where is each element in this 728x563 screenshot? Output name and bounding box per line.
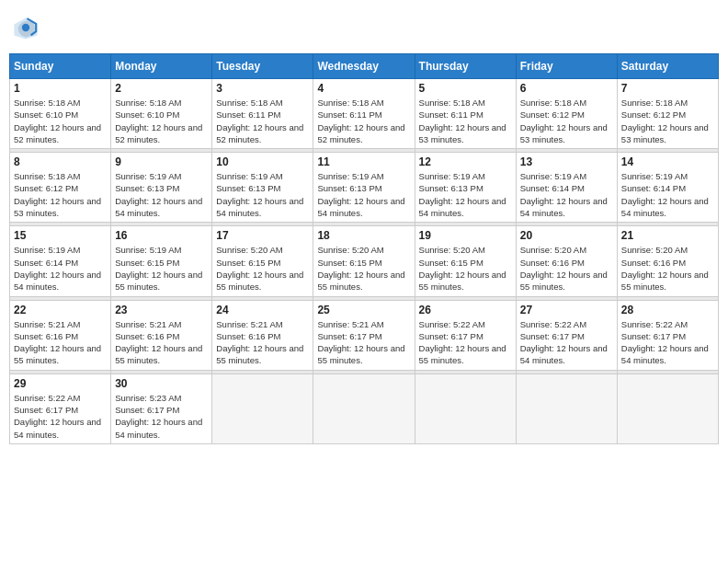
day-info: Sunrise: 5:21 AMSunset: 6:16 PMDaylight:… (216, 318, 309, 367)
day-cell (516, 373, 617, 443)
day-number: 6 (520, 82, 613, 95)
day-info: Sunrise: 5:19 AMSunset: 6:14 PMDaylight:… (520, 170, 613, 219)
day-number: 1 (14, 82, 107, 95)
day-info: Sunrise: 5:21 AMSunset: 6:16 PMDaylight:… (14, 318, 107, 367)
day-cell: 1 Sunrise: 5:18 AMSunset: 6:10 PMDayligh… (10, 79, 111, 149)
week-row-2: 8 Sunrise: 5:18 AMSunset: 6:12 PMDayligh… (10, 153, 719, 223)
day-cell: 2 Sunrise: 5:18 AMSunset: 6:10 PMDayligh… (111, 79, 212, 149)
weekday-header-monday: Monday (111, 54, 212, 79)
day-cell: 9 Sunrise: 5:19 AMSunset: 6:13 PMDayligh… (111, 153, 212, 223)
day-number: 20 (520, 229, 613, 242)
day-cell: 11 Sunrise: 5:19 AMSunset: 6:13 PMDaylig… (313, 153, 415, 223)
day-number: 25 (317, 304, 410, 316)
day-cell (212, 373, 313, 443)
day-cell: 19 Sunrise: 5:20 AMSunset: 6:15 PMDaylig… (415, 226, 516, 296)
day-cell: 16 Sunrise: 5:19 AMSunset: 6:15 PMDaylig… (111, 226, 212, 296)
day-number: 7 (621, 82, 714, 95)
day-cell: 6 Sunrise: 5:18 AMSunset: 6:12 PMDayligh… (516, 79, 617, 149)
day-number: 23 (115, 304, 208, 316)
day-cell: 13 Sunrise: 5:19 AMSunset: 6:14 PMDaylig… (516, 153, 617, 223)
svg-point-1 (22, 24, 29, 31)
day-info: Sunrise: 5:19 AMSunset: 6:13 PMDaylight:… (115, 170, 208, 219)
day-number: 22 (14, 304, 107, 316)
day-cell: 27 Sunrise: 5:22 AMSunset: 6:17 PMDaylig… (516, 300, 617, 370)
day-number: 29 (14, 377, 107, 390)
day-cell (617, 373, 718, 443)
weekday-header-saturday: Saturday (617, 54, 718, 79)
day-cell: 12 Sunrise: 5:19 AMSunset: 6:13 PMDaylig… (415, 153, 516, 223)
week-row-5: 29 Sunrise: 5:22 AMSunset: 6:17 PMDaylig… (10, 373, 719, 443)
day-number: 18 (317, 229, 410, 242)
day-number: 24 (216, 304, 309, 316)
day-info: Sunrise: 5:18 AMSunset: 6:11 PMDaylight:… (317, 97, 410, 145)
weekday-header-wednesday: Wednesday (313, 54, 415, 79)
day-info: Sunrise: 5:20 AMSunset: 6:16 PMDaylight:… (621, 244, 714, 293)
day-cell: 28 Sunrise: 5:22 AMSunset: 6:17 PMDaylig… (617, 300, 718, 370)
day-number: 4 (317, 82, 410, 95)
weekday-header-thursday: Thursday (415, 54, 516, 79)
day-number: 19 (419, 229, 512, 242)
day-info: Sunrise: 5:18 AMSunset: 6:12 PMDaylight:… (14, 170, 107, 219)
weekday-header-friday: Friday (516, 54, 617, 79)
logo-icon (13, 15, 39, 40)
day-info: Sunrise: 5:20 AMSunset: 6:15 PMDaylight:… (419, 244, 512, 293)
day-number: 13 (520, 155, 613, 168)
day-cell: 21 Sunrise: 5:20 AMSunset: 6:16 PMDaylig… (617, 226, 718, 296)
day-number: 15 (14, 229, 107, 242)
day-cell: 15 Sunrise: 5:19 AMSunset: 6:14 PMDaylig… (10, 226, 111, 296)
day-cell: 10 Sunrise: 5:19 AMSunset: 6:13 PMDaylig… (212, 153, 313, 223)
day-cell: 8 Sunrise: 5:18 AMSunset: 6:12 PMDayligh… (10, 153, 111, 223)
day-number: 30 (115, 377, 208, 390)
day-number: 17 (216, 229, 309, 242)
day-info: Sunrise: 5:19 AMSunset: 6:14 PMDaylight:… (621, 170, 714, 219)
day-cell: 20 Sunrise: 5:20 AMSunset: 6:16 PMDaylig… (516, 226, 617, 296)
weekday-header-sunday: Sunday (10, 54, 111, 79)
day-number: 11 (317, 155, 410, 168)
day-info: Sunrise: 5:19 AMSunset: 6:13 PMDaylight:… (216, 170, 309, 219)
day-info: Sunrise: 5:18 AMSunset: 6:10 PMDaylight:… (14, 97, 107, 145)
day-info: Sunrise: 5:22 AMSunset: 6:17 PMDaylight:… (520, 318, 613, 367)
day-number: 5 (419, 82, 512, 95)
day-cell: 22 Sunrise: 5:21 AMSunset: 6:16 PMDaylig… (10, 300, 111, 370)
day-info: Sunrise: 5:18 AMSunset: 6:11 PMDaylight:… (216, 97, 309, 145)
day-info: Sunrise: 5:19 AMSunset: 6:14 PMDaylight:… (14, 244, 107, 293)
day-number: 16 (115, 229, 208, 242)
day-cell: 24 Sunrise: 5:21 AMSunset: 6:16 PMDaylig… (212, 300, 313, 370)
day-info: Sunrise: 5:22 AMSunset: 6:17 PMDaylight:… (419, 318, 512, 367)
day-info: Sunrise: 5:20 AMSunset: 6:15 PMDaylight:… (216, 244, 309, 293)
day-info: Sunrise: 5:20 AMSunset: 6:15 PMDaylight:… (317, 244, 410, 293)
week-row-1: 1 Sunrise: 5:18 AMSunset: 6:10 PMDayligh… (10, 79, 719, 149)
day-info: Sunrise: 5:21 AMSunset: 6:16 PMDaylight:… (115, 318, 208, 367)
day-number: 2 (115, 82, 208, 95)
day-cell: 26 Sunrise: 5:22 AMSunset: 6:17 PMDaylig… (415, 300, 516, 370)
logo (13, 15, 42, 40)
day-info: Sunrise: 5:18 AMSunset: 6:11 PMDaylight:… (419, 97, 512, 145)
weekday-header-tuesday: Tuesday (212, 54, 313, 79)
day-info: Sunrise: 5:19 AMSunset: 6:15 PMDaylight:… (115, 244, 208, 293)
day-info: Sunrise: 5:18 AMSunset: 6:12 PMDaylight:… (621, 97, 714, 145)
day-cell: 25 Sunrise: 5:21 AMSunset: 6:17 PMDaylig… (313, 300, 415, 370)
day-number: 26 (419, 304, 512, 316)
calendar-table: SundayMondayTuesdayWednesdayThursdayFrid… (9, 53, 719, 444)
day-number: 14 (621, 155, 714, 168)
day-info: Sunrise: 5:19 AMSunset: 6:13 PMDaylight:… (419, 170, 512, 219)
day-info: Sunrise: 5:18 AMSunset: 6:10 PMDaylight:… (115, 97, 208, 145)
day-cell: 7 Sunrise: 5:18 AMSunset: 6:12 PMDayligh… (617, 79, 718, 149)
day-cell: 5 Sunrise: 5:18 AMSunset: 6:11 PMDayligh… (415, 79, 516, 149)
day-cell: 14 Sunrise: 5:19 AMSunset: 6:14 PMDaylig… (617, 153, 718, 223)
day-number: 12 (419, 155, 512, 168)
day-cell (313, 373, 415, 443)
day-info: Sunrise: 5:20 AMSunset: 6:16 PMDaylight:… (520, 244, 613, 293)
day-number: 27 (520, 304, 613, 316)
day-info: Sunrise: 5:21 AMSunset: 6:17 PMDaylight:… (317, 318, 410, 367)
day-cell: 18 Sunrise: 5:20 AMSunset: 6:15 PMDaylig… (313, 226, 415, 296)
day-cell: 30 Sunrise: 5:23 AMSunset: 6:17 PMDaylig… (111, 373, 212, 443)
day-info: Sunrise: 5:18 AMSunset: 6:12 PMDaylight:… (520, 97, 613, 145)
day-number: 3 (216, 82, 309, 95)
day-cell (415, 373, 516, 443)
page-header (9, 9, 719, 46)
week-row-4: 22 Sunrise: 5:21 AMSunset: 6:16 PMDaylig… (10, 300, 719, 370)
day-info: Sunrise: 5:22 AMSunset: 6:17 PMDaylight:… (14, 392, 107, 441)
weekday-header-row: SundayMondayTuesdayWednesdayThursdayFrid… (10, 54, 719, 79)
day-cell: 17 Sunrise: 5:20 AMSunset: 6:15 PMDaylig… (212, 226, 313, 296)
